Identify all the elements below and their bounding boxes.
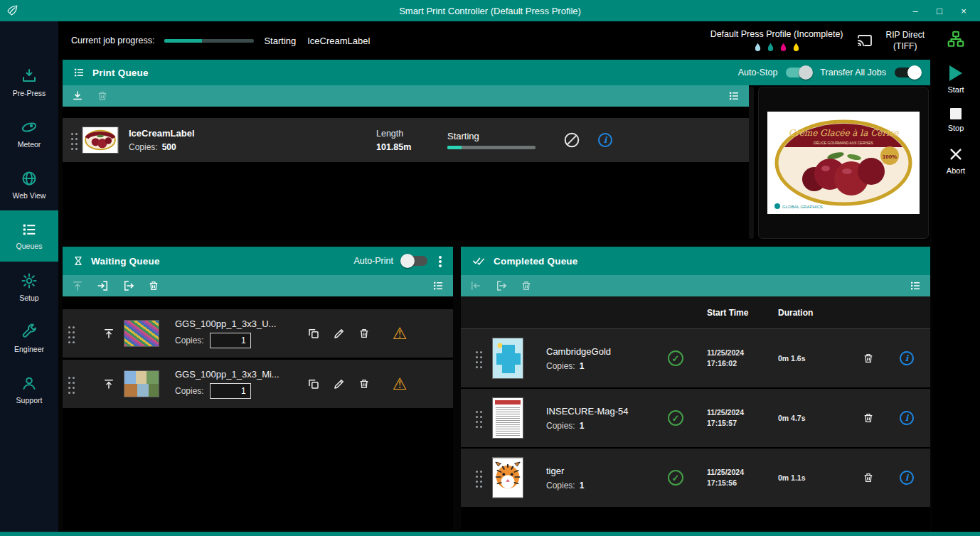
job-duration: 0m 4.7s: [777, 414, 848, 422]
sidebar-item-queues[interactable]: Queues: [0, 210, 58, 262]
completed-job-row[interactable]: INSECURE-Mag-54 Copies:1 ✓ 11/25/2024 17…: [461, 389, 930, 449]
delete-job-icon[interactable]: [148, 279, 159, 292]
svg-text:Crème Glacée à la Cerise: Crème Glacée à la Cerise: [789, 128, 899, 138]
info-icon[interactable]: i: [900, 411, 914, 425]
sidebar-item-label: Pre-Press: [13, 89, 46, 97]
delete-job-icon[interactable]: [849, 412, 888, 424]
sidebar-item-web-view[interactable]: Web View: [0, 159, 58, 210]
sidebar-item-setup[interactable]: Setup: [0, 262, 58, 313]
view-toggle-icon[interactable]: [432, 280, 444, 291]
job-thumbnail: [492, 457, 523, 498]
start-button[interactable]: Start: [947, 65, 964, 94]
delete-job-icon[interactable]: [849, 471, 888, 484]
completed-job-row[interactable]: CambridgeGold Copies:1 ✓ 11/25/2024 17:1…: [461, 329, 930, 389]
menu-kebab-icon[interactable]: [439, 256, 442, 259]
job-name: GGS_100pp_1_3x3_U...: [175, 318, 296, 329]
drag-handle[interactable]: [71, 133, 73, 135]
edit-job-icon[interactable]: [327, 377, 351, 390]
gear-icon: [21, 272, 38, 289]
move-to-top-icon[interactable]: [94, 327, 124, 340]
stop-button[interactable]: Stop: [948, 108, 964, 132]
view-toggle-icon[interactable]: [728, 90, 740, 102]
wrench-icon: [21, 323, 38, 341]
sidebar-item-engineer[interactable]: Engineer: [0, 313, 58, 364]
sidebar-item-label: Web View: [13, 191, 46, 200]
print-job-row[interactable]: IceCreamLabel Copies:500 Length 101.85m …: [63, 118, 749, 162]
completed-job-row[interactable]: tiger Copies:1 ✓ 11/25/2024 17:15:56 0m …: [461, 449, 930, 508]
length-value: 101.85m: [376, 142, 447, 152]
drag-handle[interactable]: [476, 471, 478, 473]
scrollbar[interactable]: [749, 87, 754, 239]
drag-handle[interactable]: [68, 377, 70, 379]
pre-press-icon: [21, 68, 38, 85]
waiting-queue-list: GGS_100pp_1_3x3_U... Copies: ⚠: [63, 296, 453, 408]
toggle-knob: [799, 65, 813, 80]
delete-job-icon[interactable]: [521, 279, 532, 292]
import-job-icon[interactable]: [97, 279, 110, 292]
export-job-icon[interactable]: [495, 279, 508, 292]
window-title: Smart Print Controller (Default Press Pr…: [0, 6, 980, 16]
edit-job-icon[interactable]: [327, 327, 351, 340]
play-icon: [949, 65, 962, 81]
job-copies: Copies:1: [546, 421, 650, 431]
move-to-front-icon[interactable]: [469, 279, 482, 292]
print-queue-title: Print Queue: [92, 68, 149, 78]
column-start-time: Start Time: [698, 308, 777, 318]
job-copies: Copies:1: [546, 361, 650, 371]
progress-status: Starting: [264, 36, 296, 46]
progress-label: Current job progress:: [71, 36, 154, 45]
duplicate-job-icon[interactable]: [300, 377, 327, 390]
cast-icon[interactable]: [855, 32, 875, 49]
delete-job-icon[interactable]: [351, 377, 377, 390]
export-job-icon[interactable]: [122, 279, 135, 292]
job-row-progress-fill: [447, 146, 462, 149]
auto-stop-toggle[interactable]: [786, 68, 811, 77]
job-thumbnail: [492, 338, 523, 379]
minimize-button[interactable]: –: [903, 1, 927, 20]
job-copies: Copies:500: [129, 142, 376, 152]
drag-handle[interactable]: [476, 351, 478, 353]
sidebar-item-support[interactable]: Support: [0, 364, 58, 415]
waiting-job-row[interactable]: GGS_100pp_1_3x3_U... Copies: ⚠: [63, 309, 453, 358]
sidebar-item-pre-press[interactable]: Pre-Press: [0, 57, 58, 108]
close-button[interactable]: ×: [952, 1, 976, 20]
abort-button[interactable]: Abort: [947, 146, 965, 175]
auto-print-toggle[interactable]: [402, 256, 427, 266]
top-status-bar: Current job progress: Starting IceCreamL…: [58, 21, 932, 60]
cancel-job-icon[interactable]: [555, 131, 588, 149]
waiting-job-row[interactable]: GGS_100pp_1_3x3_Mi... Copies: ⚠: [63, 360, 453, 408]
sidebar-item-meteor[interactable]: Meteor: [0, 108, 58, 159]
window-bottom-border: [0, 532, 980, 536]
warning-icon[interactable]: ⚠: [393, 376, 408, 392]
current-job-name: IceCreamLabel: [307, 36, 370, 46]
print-queue-header: Print Queue Auto-Stop Transfer All Jobs: [63, 60, 930, 85]
view-toggle-icon[interactable]: [909, 280, 922, 291]
job-progress-fill: [164, 39, 202, 43]
network-status-icon[interactable]: [947, 30, 965, 48]
duplicate-job-icon[interactable]: [300, 327, 327, 340]
move-to-top-icon[interactable]: [94, 377, 124, 390]
info-icon[interactable]: i: [900, 471, 914, 485]
ink-drop-magenta-icon: [779, 42, 787, 53]
warning-icon[interactable]: ⚠: [393, 326, 408, 342]
svg-text:GLOBAL GRAPHICS: GLOBAL GRAPHICS: [782, 205, 823, 209]
job-thumbnail: [492, 397, 523, 439]
delete-job-icon[interactable]: [351, 327, 377, 340]
auto-stop-label: Auto-Stop: [738, 68, 778, 77]
maximize-button[interactable]: □: [927, 1, 952, 20]
move-to-top-icon[interactable]: [71, 279, 84, 292]
drag-handle[interactable]: [68, 326, 70, 328]
info-icon[interactable]: i: [900, 351, 914, 365]
completed-queue-title: Completed Queue: [494, 256, 578, 267]
copies-input[interactable]: [210, 333, 251, 348]
info-icon[interactable]: i: [598, 133, 612, 147]
copies-input[interactable]: [210, 383, 251, 399]
job-preview: Crème Glacée à la Cerise DÉLICE GOURMAND…: [758, 87, 929, 239]
job-copies: Copies:1: [546, 481, 650, 491]
transfer-all-jobs-toggle[interactable]: [895, 68, 920, 77]
delete-job-icon[interactable]: [97, 90, 108, 102]
drag-handle[interactable]: [476, 411, 478, 413]
job-thumbnail: [124, 370, 159, 397]
delete-job-icon[interactable]: [849, 352, 888, 365]
download-job-icon[interactable]: [71, 90, 84, 102]
